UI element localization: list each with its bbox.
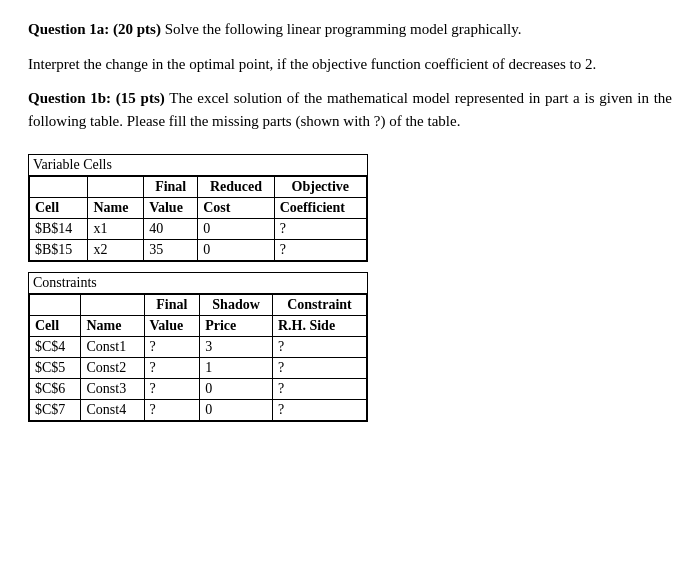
vc-r2-cell: $B$15 bbox=[30, 240, 88, 261]
c-r2-cell: $C$5 bbox=[30, 358, 81, 379]
c-h-empty1 bbox=[30, 295, 81, 316]
c-row-1: $C$4 Const1 ? 3 ? bbox=[30, 337, 367, 358]
variable-cells-table: Final Reduced Objective Cell Name Value … bbox=[29, 176, 367, 261]
c-r2-rhs: ? bbox=[272, 358, 366, 379]
variable-cells-section: Variable Cells Final Reduced Objective C… bbox=[28, 154, 368, 262]
question-1b-paragraph: Question 1b: (15 pts) The excel solution… bbox=[28, 87, 672, 132]
c-h-price: Price bbox=[200, 316, 273, 337]
vc-h-reduced: Reduced bbox=[198, 177, 274, 198]
c-h-name: Name bbox=[81, 316, 144, 337]
vc-h-cost: Cost bbox=[198, 198, 274, 219]
vc-row-2: $B$15 x2 35 0 ? bbox=[30, 240, 367, 261]
vc-h-objective: Objective bbox=[274, 177, 366, 198]
q1a-interpret-text: Interpret the change in the optimal poin… bbox=[28, 56, 596, 72]
vc-col-header-top: Final Reduced Objective bbox=[30, 177, 367, 198]
vc-h-final: Final bbox=[144, 177, 198, 198]
q1b-pts: (15 pts) bbox=[116, 90, 165, 106]
c-row-2: $C$5 Const2 ? 1 ? bbox=[30, 358, 367, 379]
c-r1-rhs: ? bbox=[272, 337, 366, 358]
c-r3-value: ? bbox=[144, 379, 200, 400]
vc-h-empty1 bbox=[30, 177, 88, 198]
c-h-shadow: Shadow bbox=[200, 295, 273, 316]
c-h-value: Value bbox=[144, 316, 200, 337]
c-r1-cell: $C$4 bbox=[30, 337, 81, 358]
c-col-header-top: Final Shadow Constraint bbox=[30, 295, 367, 316]
vc-r2-value: 35 bbox=[144, 240, 198, 261]
c-r1-value: ? bbox=[144, 337, 200, 358]
c-row-3: $C$6 Const3 ? 0 ? bbox=[30, 379, 367, 400]
q1a-interpret-paragraph: Interpret the change in the optimal poin… bbox=[28, 53, 672, 76]
vc-r1-name: x1 bbox=[88, 219, 144, 240]
c-r3-name: Const3 bbox=[81, 379, 144, 400]
vc-h-empty2 bbox=[88, 177, 144, 198]
question-1a-paragraph: Question 1a: (20 pts) Solve the followin… bbox=[28, 18, 672, 41]
c-h-empty2 bbox=[81, 295, 144, 316]
c-h-final: Final bbox=[144, 295, 200, 316]
vc-col-header-bottom: Cell Name Value Cost Coefficient bbox=[30, 198, 367, 219]
c-r4-name: Const4 bbox=[81, 400, 144, 421]
vc-r1-coef: ? bbox=[274, 219, 366, 240]
c-col-header-bottom: Cell Name Value Price R.H. Side bbox=[30, 316, 367, 337]
c-r3-rhs: ? bbox=[272, 379, 366, 400]
vc-h-cell: Cell bbox=[30, 198, 88, 219]
vc-r1-cost: 0 bbox=[198, 219, 274, 240]
constraints-header: Constraints bbox=[29, 273, 367, 294]
c-r2-price: 1 bbox=[200, 358, 273, 379]
q1b-label: Question 1b: bbox=[28, 90, 111, 106]
c-row-4: $C$7 Const4 ? 0 ? bbox=[30, 400, 367, 421]
c-r3-cell: $C$6 bbox=[30, 379, 81, 400]
c-r3-price: 0 bbox=[200, 379, 273, 400]
q1a-label: Question 1a: bbox=[28, 21, 109, 37]
c-r2-value: ? bbox=[144, 358, 200, 379]
c-r4-value: ? bbox=[144, 400, 200, 421]
c-r2-name: Const2 bbox=[81, 358, 144, 379]
vc-r2-cost: 0 bbox=[198, 240, 274, 261]
vc-r2-coef: ? bbox=[274, 240, 366, 261]
vc-r1-cell: $B$14 bbox=[30, 219, 88, 240]
c-h-rhs: R.H. Side bbox=[272, 316, 366, 337]
vc-r1-value: 40 bbox=[144, 219, 198, 240]
vc-h-coefficient: Coefficient bbox=[274, 198, 366, 219]
c-r4-cell: $C$7 bbox=[30, 400, 81, 421]
constraints-section: Constraints Final Shadow Constraint Cell… bbox=[28, 272, 368, 422]
vc-h-name: Name bbox=[88, 198, 144, 219]
vc-r2-name: x2 bbox=[88, 240, 144, 261]
c-h-constraint: Constraint bbox=[272, 295, 366, 316]
c-r1-price: 3 bbox=[200, 337, 273, 358]
vc-row-1: $B$14 x1 40 0 ? bbox=[30, 219, 367, 240]
c-r1-name: Const1 bbox=[81, 337, 144, 358]
c-h-cell: Cell bbox=[30, 316, 81, 337]
constraints-table: Final Shadow Constraint Cell Name Value … bbox=[29, 294, 367, 421]
q1a-text: Solve the following linear programming m… bbox=[161, 21, 522, 37]
vc-h-value: Value bbox=[144, 198, 198, 219]
c-r4-price: 0 bbox=[200, 400, 273, 421]
c-r4-rhs: ? bbox=[272, 400, 366, 421]
variable-cells-header: Variable Cells bbox=[29, 155, 367, 176]
